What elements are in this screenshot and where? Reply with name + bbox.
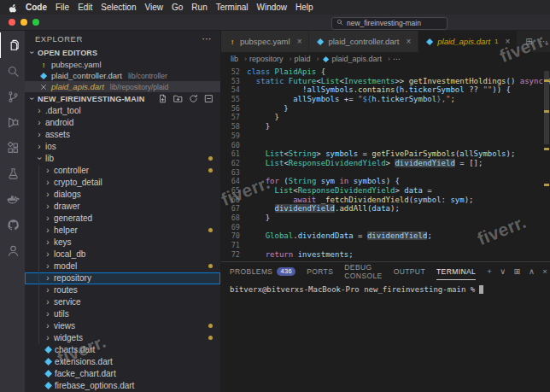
code-line[interactable]: 58 } xyxy=(221,122,550,132)
docker-icon[interactable] xyxy=(0,186,25,212)
menu-item-view[interactable]: View xyxy=(145,3,164,12)
testing-icon[interactable] xyxy=(0,161,25,186)
editor-tab-pubspec-yaml[interactable]: !pubspec.yaml× xyxy=(221,31,309,52)
folder-local-db[interactable]: ›local_db xyxy=(25,249,220,260)
panel-tab-debug-console[interactable]: DEBUG CONSOLE xyxy=(344,262,382,280)
open-editor-item-plaid-apis-dart[interactable]: plaid_apis.dartlib/repository/plaid xyxy=(25,81,220,92)
code-line[interactable]: 64 for (String sym in symbols) { xyxy=(221,177,550,186)
open-editors-header[interactable]: › OPEN EDITORS xyxy=(25,47,220,60)
code-line[interactable]: 65 List<ResponseDividendYield> data = xyxy=(221,186,550,196)
breadcrumb-item-plaid[interactable]: plaid xyxy=(295,55,319,63)
search-icon[interactable] xyxy=(0,58,25,84)
run-and-debug-icon[interactable] xyxy=(0,109,25,135)
breadcrumb-item-[interactable]: ⋯ xyxy=(393,55,401,63)
code-line[interactable]: 57 } xyxy=(221,113,550,122)
explorer-more-actions-icon[interactable]: ⋯ xyxy=(202,33,213,44)
editor-tab-plaid-apis-dart[interactable]: plaid_apis.dart1× xyxy=(418,31,518,52)
file-charts-dart[interactable]: charts.dart xyxy=(25,344,220,356)
close-tab-icon[interactable]: × xyxy=(505,37,510,46)
split-terminal-icon[interactable]: ⊞ xyxy=(514,266,521,276)
folder-model[interactable]: ›model xyxy=(25,260,220,272)
folder-dart-tool[interactable]: ›.dart_tool xyxy=(25,105,220,117)
menu-item-code[interactable]: Code xyxy=(26,3,47,12)
breadcrumb-item-lib[interactable]: lib xyxy=(231,55,247,63)
folder-crypto-detail[interactable]: ›crypto_detail xyxy=(25,177,220,189)
folder-lib[interactable]: ›lib xyxy=(25,153,220,165)
menu-item-file[interactable]: File xyxy=(56,3,69,12)
menu-item-edit[interactable]: Edit xyxy=(78,3,92,12)
breadcrumb-item-plaid-apis-dart[interactable]: plaid_apis.dart xyxy=(322,55,391,63)
folder-views[interactable]: ›views xyxy=(25,320,220,332)
code-line[interactable]: 54 !allSymbols.contains(h.tickerSymbol ?… xyxy=(221,85,550,95)
new-folder-icon[interactable] xyxy=(173,94,183,103)
scrollbar-thumb[interactable] xyxy=(544,71,549,144)
folder-android[interactable]: ›android xyxy=(25,117,220,129)
menu-item-run[interactable]: Run xyxy=(191,3,207,12)
folder-repository[interactable]: ›repository xyxy=(25,272,220,284)
maximize-panel-icon[interactable]: ∧ xyxy=(529,266,535,276)
folder-helper[interactable]: ›helper xyxy=(25,225,220,237)
menu-item-selection[interactable]: Selection xyxy=(101,3,136,12)
collapse-folders-icon[interactable] xyxy=(204,94,214,103)
menu-item-terminal[interactable]: Terminal xyxy=(216,3,249,12)
refresh-explorer-icon[interactable] xyxy=(189,94,198,103)
code-line[interactable]: 72 return investments; xyxy=(221,250,550,260)
code-editor[interactable]: 52class PlaidApis {53 static Future<List… xyxy=(221,66,550,261)
new-file-icon[interactable] xyxy=(158,94,167,103)
menu-item-go[interactable]: Go xyxy=(172,3,183,12)
code-line[interactable]: 68 } xyxy=(221,214,550,223)
apple-menu-icon[interactable] xyxy=(9,3,17,13)
code-line[interactable]: 66 await _fetchDividendYield(symbol: sym… xyxy=(221,196,550,205)
folder-utils[interactable]: ›utils xyxy=(25,308,220,320)
open-editor-item-plaid-controller-dart[interactable]: plaid_controller.dartlib/controller xyxy=(25,70,220,81)
file-firebase-options-dart[interactable]: firebase_options.dart xyxy=(25,380,220,392)
folder-routes[interactable]: ›routes xyxy=(25,284,220,296)
code-line[interactable]: 63 xyxy=(221,168,550,178)
code-line[interactable]: 69 xyxy=(221,223,550,232)
panel-tab-terminal[interactable]: TERMINAL xyxy=(436,262,476,280)
github-icon[interactable] xyxy=(0,212,25,237)
project-root-header[interactable]: › NEW_FIREINVESTING-MAIN xyxy=(25,92,220,105)
account-icon[interactable] xyxy=(0,237,25,263)
code-line[interactable]: 56 } xyxy=(221,104,550,114)
breadcrumb-item-repository[interactable]: repository xyxy=(249,55,292,63)
terminal-dropdown-icon[interactable]: ∨ xyxy=(500,266,506,276)
folder-drawer[interactable]: ›drawer xyxy=(25,201,220,213)
panel-tab-output[interactable]: OUTPUT xyxy=(394,262,425,280)
code-line[interactable]: 60 xyxy=(221,141,550,150)
zoom-window-button[interactable] xyxy=(32,19,39,26)
extensions-icon[interactable] xyxy=(0,135,25,161)
folder-assets[interactable]: ›assets xyxy=(25,129,220,141)
close-window-button[interactable] xyxy=(9,19,15,26)
folder-dialogs[interactable]: ›dialogs xyxy=(25,189,220,201)
menu-item-help[interactable]: Help xyxy=(295,3,313,12)
code-line[interactable]: 67 dividendYield.addAll(data); xyxy=(221,204,550,214)
close-panel-icon[interactable]: × xyxy=(542,266,547,276)
explorer-icon[interactable] xyxy=(0,32,25,58)
new-terminal-icon[interactable]: + xyxy=(487,266,492,276)
folder-service[interactable]: ›service xyxy=(25,296,220,308)
panel-tab-ports[interactable]: PORTS xyxy=(307,262,333,280)
code-line[interactable]: 53 static Future<List<Investments>> getI… xyxy=(221,77,550,86)
menu-item-window[interactable]: Window xyxy=(257,3,288,12)
close-icon[interactable] xyxy=(39,83,48,91)
code-line[interactable]: 59 xyxy=(221,132,550,141)
minimize-window-button[interactable] xyxy=(20,19,27,26)
panel-tab-problems[interactable]: PROBLEMS436 xyxy=(230,262,295,280)
file-extensions-dart[interactable]: extensions.dart xyxy=(25,356,220,368)
source-control-icon[interactable] xyxy=(0,84,25,109)
command-center-search[interactable]: new_fireinvesting-main xyxy=(331,17,448,30)
code-line[interactable]: 55 allSymbols += "${h.tickerSymbol},"; xyxy=(221,95,550,104)
code-line[interactable]: 52class PlaidApis { xyxy=(221,67,550,77)
folder-widgets[interactable]: ›widgets xyxy=(25,332,220,344)
folder-keys[interactable]: ›keys xyxy=(25,237,220,249)
editor-scrollbar[interactable] xyxy=(542,66,550,261)
code-line[interactable]: 62 List<ResponseDividendYield> dividendY… xyxy=(221,159,550,168)
folder-ios[interactable]: ›ios xyxy=(25,141,220,153)
terminal[interactable]: bitverx@bitverxs-MacBook-Pro new_fireinv… xyxy=(221,280,550,392)
code-line[interactable]: 61 List<String> symbols = getFivePairSym… xyxy=(221,149,550,159)
editor-tab-plaid-controller-dart[interactable]: plaid_controller.dart× xyxy=(309,31,418,52)
folder-generated[interactable]: ›generated xyxy=(25,213,220,225)
split-editor-icon[interactable]: ⊞ xyxy=(525,37,532,46)
file-facke-chart-dart[interactable]: facke_chart.dart xyxy=(25,368,220,380)
